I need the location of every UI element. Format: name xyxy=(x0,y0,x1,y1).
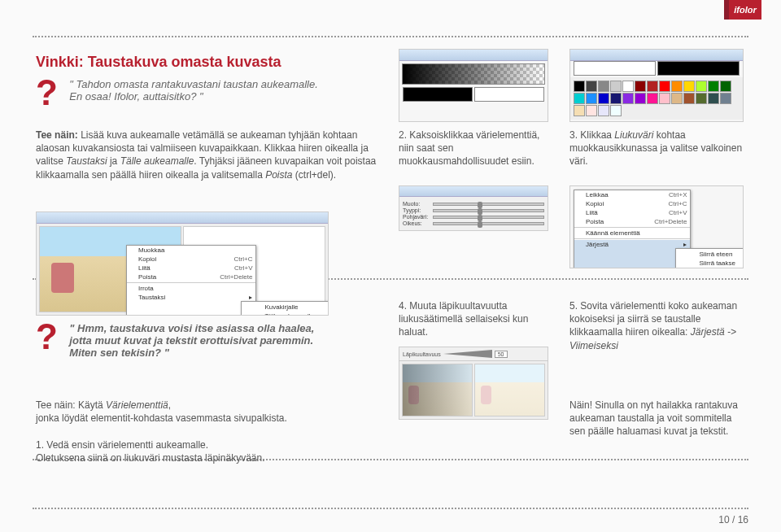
color-swatch[interactable] xyxy=(610,81,622,92)
q1-line1: " Tahdon omasta rantakuvastani taustan a… xyxy=(69,78,318,90)
property-row: Muoto: xyxy=(403,201,544,207)
color-swatch[interactable] xyxy=(720,93,731,104)
menu-item[interactable]: KopioiCtrl+C xyxy=(574,199,690,208)
menu-item[interactable]: Siirrä eteen xyxy=(687,250,744,259)
color-swatch[interactable] xyxy=(586,105,597,116)
color-swatch[interactable] xyxy=(598,81,609,92)
menu-item[interactable]: Käännä elementtiä xyxy=(574,229,690,238)
color-swatch[interactable] xyxy=(659,93,670,104)
color-swatch[interactable] xyxy=(671,81,683,92)
page-number: 10 / 16 xyxy=(718,514,748,525)
menu-item[interactable]: Taustaksi▸KuvakirjalleTälle aukeamalleTa… xyxy=(127,293,255,316)
question-1: ? " Tahdon omasta rantakuvastani taustan… xyxy=(36,78,377,107)
color-swatch[interactable] xyxy=(635,81,646,92)
menu-item[interactable]: Irrota xyxy=(127,284,255,293)
context-menu-arrange[interactable]: LeikkaaCtrl+XKopioiCtrl+CLiitäCtrl+VPois… xyxy=(574,190,691,268)
question-2: ? " Hmm, taustakuva voisi itse asiassa o… xyxy=(36,322,369,359)
color-swatch[interactable] xyxy=(696,93,707,104)
menu-item[interactable]: LeikkaaCtrl+X xyxy=(574,190,690,199)
q1-line2: En osaa! Ifolor, auttaisitko? " xyxy=(69,90,203,102)
question-mark-icon: ? xyxy=(36,78,58,107)
property-row: Oikeus: xyxy=(403,220,544,226)
color-swatches xyxy=(570,77,743,120)
color-swatch[interactable] xyxy=(586,93,597,104)
property-row: Tyyppi: xyxy=(403,207,544,213)
color-swatch[interactable] xyxy=(696,81,707,92)
submenu[interactable]: KuvakirjalleTälle aukeamalleTausta sivul… xyxy=(241,301,329,316)
screenshot-opacity-spread: Läpikuultavuus 50 xyxy=(399,347,548,420)
screenshot-arrange-menu: LeikkaaCtrl+XKopioiCtrl+CLiitäCtrl+VPois… xyxy=(569,185,744,268)
divider-top xyxy=(33,36,748,37)
menu-item[interactable]: Tälle aukeamalle xyxy=(253,312,328,316)
color-swatch[interactable] xyxy=(683,93,695,104)
step-2-text: 2. Kaksoisklikkaa värielementtiä, niin s… xyxy=(399,129,549,168)
color-swatch[interactable] xyxy=(598,105,609,116)
screenshot-spread-context-menu: MuokkaaKopioiCtrl+CLiitäCtrl+VPoistaCtrl… xyxy=(36,211,329,316)
opacity-control[interactable]: Läpikuultavuus 50 xyxy=(399,347,548,361)
step-4-text: 4. Muuta läpikuultavuutta liukusäätimell… xyxy=(399,299,549,339)
color-swatch[interactable] xyxy=(708,93,719,104)
screenshot-gradient-editor xyxy=(399,49,548,122)
color-swatch[interactable] xyxy=(622,93,634,104)
color-swatch[interactable] xyxy=(622,81,634,92)
color-swatch[interactable] xyxy=(610,105,622,116)
menu-item[interactable]: KopioiCtrl+C xyxy=(127,255,255,264)
color-swatch[interactable] xyxy=(708,81,719,92)
color-swatch[interactable] xyxy=(574,93,585,104)
submenu[interactable]: Siirrä eteenSiirrä taakseTuokspäinViimei… xyxy=(675,248,744,268)
color-swatch[interactable] xyxy=(659,81,670,92)
gradient-preview xyxy=(402,63,545,85)
menu-item[interactable]: Muokkaa xyxy=(127,246,255,255)
step-1-text: Tee näin: Lisää kuva aukeamalle vetämäll… xyxy=(36,129,377,181)
step-3-text: 3. Klikkaa Liukuväri kohtaa muokkausikku… xyxy=(569,129,748,168)
question-mark-icon: ? xyxy=(36,322,58,351)
menu-item[interactable]: PoistaCtrl+Delete xyxy=(574,217,690,226)
context-menu[interactable]: MuokkaaKopioiCtrl+CLiitäCtrl+VPoistaCtrl… xyxy=(126,245,256,316)
menu-item[interactable]: LiitäCtrl+V xyxy=(127,264,255,273)
color-swatch[interactable] xyxy=(574,105,585,116)
brand-logo: ifolor xyxy=(729,0,761,20)
color-swatch[interactable] xyxy=(647,93,658,104)
slider-track[interactable] xyxy=(433,203,544,206)
slider-track[interactable] xyxy=(433,209,544,212)
color-swatch[interactable] xyxy=(586,81,597,92)
screenshot-color-picker xyxy=(569,49,744,122)
menu-item[interactable]: LiitäCtrl+V xyxy=(574,208,690,217)
step-result-text: Näin! Sinulla on nyt hailakka rantakuva … xyxy=(569,399,748,438)
divider-bottom xyxy=(33,508,748,509)
opacity-slider-icon[interactable] xyxy=(443,350,492,358)
slider-track[interactable] xyxy=(433,222,544,225)
screenshot-properties-panel: Muoto:Tyyppi:Pohjaväri:Oikeus: xyxy=(399,185,548,231)
color-swatch[interactable] xyxy=(610,93,622,104)
step-5-text: 5. Sovita värielementti koko aukeaman ko… xyxy=(569,299,748,352)
color-swatch[interactable] xyxy=(683,81,695,92)
color-swatch[interactable] xyxy=(647,81,658,92)
menu-item[interactable]: Siirrä taakse xyxy=(687,259,744,268)
color-swatch[interactable] xyxy=(671,93,683,104)
menu-item[interactable]: PoistaCtrl+Delete xyxy=(127,273,255,281)
brand-tab: ifolor xyxy=(724,0,761,20)
color-swatch[interactable] xyxy=(598,93,609,104)
property-sliders: Muoto:Tyyppi:Pohjaväri:Oikeus: xyxy=(399,197,548,230)
menu-item[interactable]: Kuvakirjalle xyxy=(253,303,328,312)
slider-track[interactable] xyxy=(433,216,544,219)
step-g-text: Tee näin: Käytä Värielementtiä, jonka lö… xyxy=(36,399,361,464)
property-row: Pohjaväri: xyxy=(403,214,544,220)
color-swatch[interactable] xyxy=(635,93,646,104)
color-swatch[interactable] xyxy=(720,81,731,92)
color-swatch[interactable] xyxy=(574,81,585,92)
menu-item[interactable]: Järjestä▸Siirrä eteenSiirrä taakseTuoksp… xyxy=(574,240,690,268)
menu-item[interactable]: Tuokspäin xyxy=(687,268,744,268)
page-title: Vinkki: Taustakuva omasta kuvasta xyxy=(36,54,281,71)
